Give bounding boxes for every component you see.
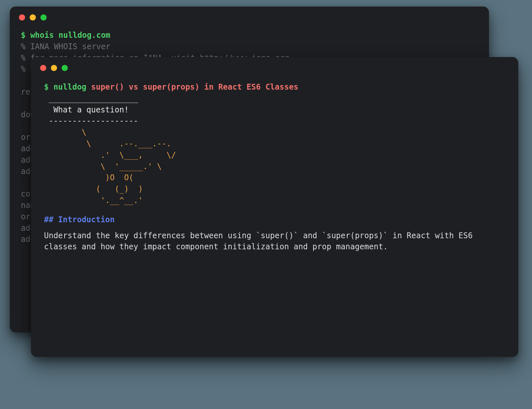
- ascii-art-line: \: [44, 127, 505, 138]
- minimize-icon[interactable]: [30, 14, 36, 21]
- command-args: super() vs super(props) in React ES6 Cla…: [91, 82, 299, 92]
- ascii-art-line: \ '_____.' \: [44, 161, 505, 172]
- minimize-icon[interactable]: [51, 65, 57, 71]
- output-line: % IANA WHOIS server: [21, 42, 111, 51]
- ascii-art-line: ( (_) ): [44, 183, 505, 195]
- speech-bubble-top: ___________________: [44, 93, 505, 104]
- close-icon[interactable]: [40, 65, 46, 71]
- markdown-heading: ## Introduction: [44, 214, 505, 226]
- intro-paragraph: Understand the key differences between u…: [44, 230, 505, 253]
- window-controls: [31, 57, 518, 74]
- command-app: nulldog: [53, 82, 86, 92]
- ascii-art-line: \ .--.___.--.: [44, 138, 505, 150]
- ascii-art-line: '.__^__.': [44, 195, 505, 206]
- maximize-icon[interactable]: [62, 65, 68, 71]
- ascii-art-line: )O O(: [44, 172, 505, 183]
- ascii-art-line: .' \___, \/: [44, 150, 505, 161]
- prompt-symbol: $: [21, 31, 25, 40]
- maximize-icon[interactable]: [40, 14, 47, 21]
- prompt-symbol: $: [44, 82, 49, 92]
- close-icon[interactable]: [19, 14, 25, 21]
- terminal-body-front: $ nulldog super() vs super(props) in Rea…: [31, 74, 518, 266]
- window-controls: [10, 7, 489, 23]
- speech-bubble-text: What a question!: [44, 104, 505, 116]
- speech-bubble-bottom: -------------------: [44, 115, 505, 127]
- terminal-window-front: $ nulldog super() vs super(props) in Rea…: [31, 57, 518, 357]
- command-text: whois nulldog.com: [30, 31, 111, 40]
